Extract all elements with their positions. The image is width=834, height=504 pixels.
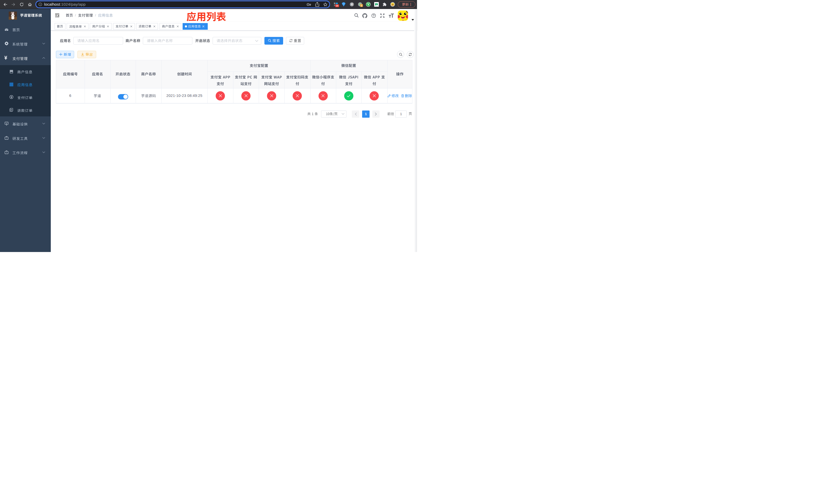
svg-text:⌘: ⌘	[351, 3, 353, 6]
